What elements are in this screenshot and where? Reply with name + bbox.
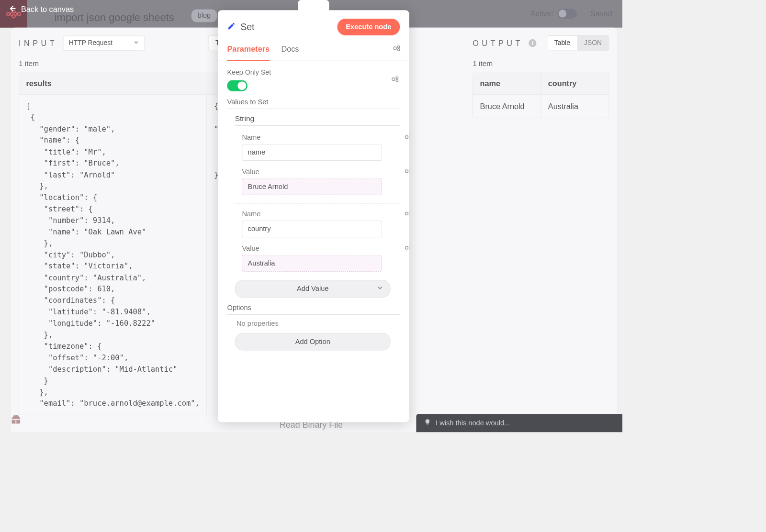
top-right-controls: Active: Saved bbox=[530, 9, 612, 19]
field-divider bbox=[235, 203, 400, 204]
node-name: Set bbox=[240, 22, 254, 33]
drag-handle[interactable]: :: :: :: bbox=[298, 0, 329, 11]
field-value-input-0[interactable] bbox=[242, 178, 382, 195]
tab-parameters[interactable]: Parameters bbox=[227, 39, 270, 61]
svg-point-6 bbox=[397, 48, 399, 50]
svg-point-7 bbox=[392, 78, 395, 80]
svg-point-5 bbox=[397, 46, 399, 48]
input-title: INPUT bbox=[19, 39, 57, 48]
svg-point-10 bbox=[405, 135, 408, 138]
svg-point-4 bbox=[394, 47, 396, 50]
saved-status: Saved bbox=[590, 9, 612, 18]
field-name-input-1[interactable] bbox=[242, 221, 382, 237]
svg-point-13 bbox=[405, 170, 408, 173]
output-view-table[interactable]: Table bbox=[547, 36, 577, 51]
field-value-label-0: Value bbox=[242, 167, 400, 176]
output-col-country: country bbox=[541, 73, 608, 95]
field-value-input-1[interactable] bbox=[242, 255, 382, 271]
field-value-label-1: Value bbox=[242, 244, 400, 252]
svg-point-2 bbox=[12, 14, 15, 18]
node-title[interactable]: Set bbox=[227, 22, 255, 33]
node-editor-panel: :: :: :: Set Execute node Parameters Doc… bbox=[218, 10, 409, 422]
output-table: name country Bruce Arnold Australia bbox=[473, 73, 609, 118]
output-view-json[interactable]: JSON bbox=[577, 36, 608, 51]
keep-only-set-toggle[interactable] bbox=[227, 80, 248, 91]
field-name-gear-0[interactable] bbox=[405, 133, 409, 142]
arrow-left-icon bbox=[9, 5, 16, 14]
output-col-name: name bbox=[473, 73, 541, 95]
add-option-label: Add Option bbox=[295, 337, 330, 345]
field-name-gear-1[interactable] bbox=[405, 210, 409, 219]
field-value-gear-0[interactable] bbox=[405, 167, 409, 176]
active-toggle[interactable] bbox=[558, 9, 577, 19]
back-to-canvas-link[interactable]: Back to canvas bbox=[9, 5, 74, 14]
chevron-down-icon bbox=[377, 285, 383, 293]
svg-point-19 bbox=[405, 246, 408, 249]
lightbulb-icon bbox=[424, 419, 431, 428]
add-value-button[interactable]: Add Value bbox=[235, 280, 391, 298]
output-cell-name: Bruce Arnold bbox=[473, 95, 541, 118]
execute-node-button[interactable]: Execute node bbox=[337, 19, 400, 35]
values-to-set-header: Values to Set bbox=[227, 98, 400, 109]
tab-docs[interactable]: Docs bbox=[281, 39, 299, 61]
node-settings-icon[interactable] bbox=[393, 44, 402, 53]
keep-only-set-gear-icon[interactable] bbox=[391, 75, 400, 84]
gift-icon[interactable] bbox=[11, 414, 21, 427]
output-title: OUTPUT bbox=[473, 39, 523, 48]
output-cell-country: Australia bbox=[541, 95, 608, 118]
feedback-bar[interactable]: I wish this node would... bbox=[416, 414, 622, 432]
field-value-gear-1[interactable] bbox=[405, 244, 409, 253]
svg-point-8 bbox=[396, 76, 398, 78]
options-header: Options bbox=[227, 304, 400, 315]
output-view-toggle: Table JSON bbox=[547, 35, 609, 51]
add-value-label: Add Value bbox=[297, 285, 328, 293]
svg-point-9 bbox=[396, 79, 398, 81]
workflow-tag[interactable]: blog bbox=[191, 10, 217, 22]
field-name-label-1: Name bbox=[242, 210, 400, 218]
add-option-button[interactable]: Add Option bbox=[235, 333, 391, 351]
input-source-select[interactable]: HTTP Request bbox=[63, 36, 145, 51]
input-cell-results[interactable]: [ { "gender": "male", "name": { "title":… bbox=[19, 95, 207, 415]
field-name-input-0[interactable] bbox=[242, 144, 382, 161]
node-tabs: Parameters Docs bbox=[218, 39, 409, 61]
info-icon[interactable]: i bbox=[529, 39, 536, 47]
svg-point-16 bbox=[405, 212, 408, 215]
output-panel: OUTPUT i Table JSON 1 item name country … bbox=[473, 35, 609, 424]
output-item-count: 1 item bbox=[473, 59, 609, 68]
keep-only-set-label: Keep Only Set bbox=[227, 68, 271, 76]
no-properties-text: No properties bbox=[237, 319, 400, 327]
field-name-label-0: Name bbox=[242, 133, 400, 142]
back-label: Back to canvas bbox=[21, 5, 74, 14]
pencil-icon bbox=[227, 22, 236, 33]
chevron-down-icon bbox=[134, 39, 139, 47]
input-col-results: results bbox=[19, 73, 231, 95]
input-source-value: HTTP Request bbox=[69, 39, 113, 47]
feedback-text: I wish this node would... bbox=[436, 419, 510, 427]
active-label: Active: bbox=[530, 9, 554, 18]
string-section-header: String bbox=[235, 114, 400, 126]
